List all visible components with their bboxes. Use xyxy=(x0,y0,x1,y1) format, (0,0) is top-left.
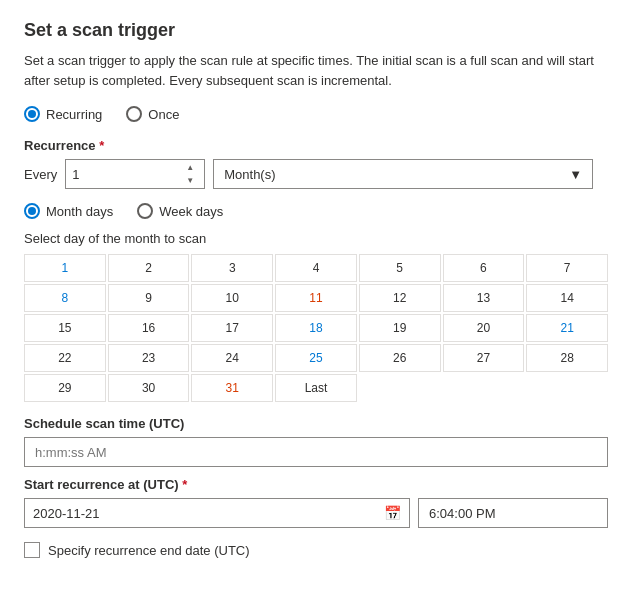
cal-cell-20[interactable]: 20 xyxy=(443,314,525,342)
calendar-grid: 1234567891011121314151617181920212223242… xyxy=(24,254,608,402)
calendar-section: Select day of the month to scan 12345678… xyxy=(24,231,608,402)
cal-cell-17[interactable]: 17 xyxy=(191,314,273,342)
month-days-radio-circle xyxy=(24,203,40,219)
cal-cell-25[interactable]: 25 xyxy=(275,344,357,372)
calendar-icon: 📅 xyxy=(384,505,401,521)
cal-cell-7[interactable]: 7 xyxy=(526,254,608,282)
calendar-label: Select day of the month to scan xyxy=(24,231,608,246)
cal-cell-21[interactable]: 21 xyxy=(526,314,608,342)
cal-cell-4[interactable]: 4 xyxy=(275,254,357,282)
cal-cell-19[interactable]: 19 xyxy=(359,314,441,342)
spin-down-button[interactable]: ▼ xyxy=(182,175,198,187)
cal-cell-29[interactable]: 29 xyxy=(24,374,106,402)
period-chevron-icon: ▼ xyxy=(569,167,582,182)
start-time-input[interactable] xyxy=(418,498,608,528)
scan-time-input[interactable] xyxy=(24,437,608,467)
cal-cell-8[interactable]: 8 xyxy=(24,284,106,312)
cal-cell-3[interactable]: 3 xyxy=(191,254,273,282)
cal-cell-22[interactable]: 22 xyxy=(24,344,106,372)
date-input-wrap[interactable]: 📅 xyxy=(24,498,410,528)
page-description: Set a scan trigger to apply the scan rul… xyxy=(24,51,608,90)
start-recurrence-section: Start recurrence at (UTC) 📅 xyxy=(24,477,608,528)
scan-time-label: Schedule scan time (UTC) xyxy=(24,416,608,431)
cal-cell-12[interactable]: 12 xyxy=(359,284,441,312)
cal-cell-1[interactable]: 1 xyxy=(24,254,106,282)
recurring-label: Recurring xyxy=(46,107,102,122)
cal-cell-6[interactable]: 6 xyxy=(443,254,525,282)
once-radio-circle xyxy=(126,106,142,122)
month-days-label: Month days xyxy=(46,204,113,219)
once-label: Once xyxy=(148,107,179,122)
cal-cell-16[interactable]: 16 xyxy=(108,314,190,342)
cal-cell-9[interactable]: 9 xyxy=(108,284,190,312)
every-number-input[interactable]: ▲ ▼ xyxy=(65,159,205,189)
spin-buttons: ▲ ▼ xyxy=(182,162,198,187)
cal-cell-13[interactable]: 13 xyxy=(443,284,525,312)
start-recurrence-row: 📅 xyxy=(24,498,608,528)
every-label: Every xyxy=(24,167,57,182)
every-number-field[interactable] xyxy=(72,167,182,182)
cal-cell-18[interactable]: 18 xyxy=(275,314,357,342)
cal-cell-10[interactable]: 10 xyxy=(191,284,273,312)
recurrence-row: Every ▲ ▼ Month(s) ▼ xyxy=(24,159,608,189)
cal-cell-28[interactable]: 28 xyxy=(526,344,608,372)
start-date-input[interactable] xyxy=(33,506,384,521)
cal-cell-11[interactable]: 11 xyxy=(275,284,357,312)
cal-cell-14[interactable]: 14 xyxy=(526,284,608,312)
week-days-label: Week days xyxy=(159,204,223,219)
cal-cell-30[interactable]: 30 xyxy=(108,374,190,402)
cal-cell-2[interactable]: 2 xyxy=(108,254,190,282)
cal-cell-31[interactable]: 31 xyxy=(191,374,273,402)
start-recurrence-label: Start recurrence at (UTC) xyxy=(24,477,608,492)
page-title: Set a scan trigger xyxy=(24,20,608,41)
week-days-radio-circle xyxy=(137,203,153,219)
period-select[interactable]: Month(s) ▼ xyxy=(213,159,593,189)
recurring-radio[interactable]: Recurring xyxy=(24,106,102,122)
cal-cell-last[interactable]: Last xyxy=(275,374,357,402)
spin-up-button[interactable]: ▲ xyxy=(182,162,198,174)
cal-cell-24[interactable]: 24 xyxy=(191,344,273,372)
end-date-checkbox[interactable] xyxy=(24,542,40,558)
recurring-radio-circle xyxy=(24,106,40,122)
week-days-radio[interactable]: Week days xyxy=(137,203,223,219)
recurrence-label: Recurrence xyxy=(24,138,608,153)
trigger-type-group: Recurring Once xyxy=(24,106,608,122)
day-type-group: Month days Week days xyxy=(24,203,608,219)
once-radio[interactable]: Once xyxy=(126,106,179,122)
cal-cell-15[interactable]: 15 xyxy=(24,314,106,342)
cal-cell-23[interactable]: 23 xyxy=(108,344,190,372)
cal-cell-27[interactable]: 27 xyxy=(443,344,525,372)
month-days-radio[interactable]: Month days xyxy=(24,203,113,219)
recurrence-section: Recurrence Every ▲ ▼ Month(s) ▼ xyxy=(24,138,608,189)
cal-cell-26[interactable]: 26 xyxy=(359,344,441,372)
period-value: Month(s) xyxy=(224,167,275,182)
end-date-label: Specify recurrence end date (UTC) xyxy=(48,543,250,558)
cal-cell-5[interactable]: 5 xyxy=(359,254,441,282)
end-date-row: Specify recurrence end date (UTC) xyxy=(24,542,608,558)
scan-time-section: Schedule scan time (UTC) xyxy=(24,416,608,467)
